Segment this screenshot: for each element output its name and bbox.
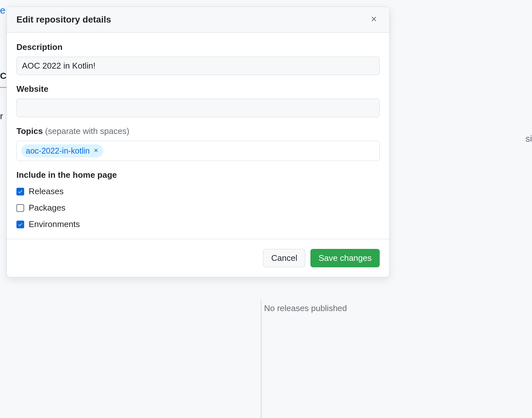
topic-tag-label: aoc-2022-in-kotlin [26, 146, 90, 156]
bg-releases-text: No releases published [264, 303, 347, 313]
website-group: Website [16, 84, 380, 117]
releases-checkbox[interactable] [16, 188, 24, 195]
include-section-title: Include in the home page [16, 170, 380, 180]
topic-remove-button[interactable] [93, 147, 99, 154]
modal-footer: Cancel Save changes [7, 239, 389, 277]
cancel-button[interactable]: Cancel [263, 249, 305, 267]
checkbox-row-releases: Releases [16, 186, 380, 196]
topics-hint: (separate with spaces) [45, 126, 129, 136]
environments-checkbox-label: Environments [29, 219, 80, 229]
checkbox-row-environments: Environments [16, 219, 380, 229]
topics-input-container[interactable]: aoc-2022-in-kotlin [16, 141, 380, 161]
x-icon [93, 147, 99, 154]
bg-text-fragment: si [526, 134, 532, 144]
topics-group: Topics (separate with spaces) aoc-2022-i… [16, 126, 380, 161]
topics-label-text: Topics [16, 126, 43, 136]
packages-checkbox-label: Packages [29, 203, 65, 213]
description-label: Description [16, 42, 380, 52]
modal-header: Edit repository details [7, 7, 389, 33]
description-group: Description [16, 42, 380, 75]
save-changes-button[interactable]: Save changes [310, 249, 380, 267]
close-icon [370, 15, 378, 24]
releases-checkbox-label: Releases [29, 186, 63, 196]
topic-tag: aoc-2022-in-kotlin [21, 144, 103, 157]
bg-text-fragment: r [0, 111, 3, 121]
modal-title: Edit repository details [16, 14, 111, 25]
website-input[interactable] [16, 99, 380, 117]
website-label: Website [16, 84, 380, 94]
topics-label: Topics (separate with spaces) [16, 126, 380, 136]
packages-checkbox[interactable] [16, 204, 24, 212]
modal-body: Description Website Topics (separate wit… [7, 33, 389, 239]
edit-repo-modal: Edit repository details Description Webs… [6, 6, 390, 277]
bg-divider [261, 299, 261, 418]
include-section: Include in the home page Releases Packag… [16, 170, 380, 229]
checkbox-row-packages: Packages [16, 203, 380, 213]
environments-checkbox[interactable] [16, 221, 24, 228]
description-input[interactable] [16, 57, 380, 75]
close-button[interactable] [368, 13, 380, 26]
bg-text-fragment: e [0, 5, 5, 16]
